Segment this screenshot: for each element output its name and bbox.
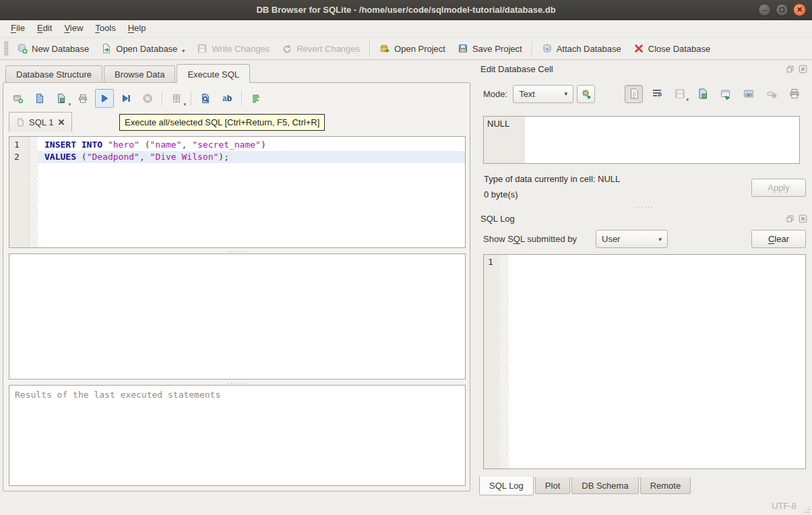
import-cell-icon	[674, 88, 686, 100]
close-dock-button[interactable]	[798, 214, 808, 224]
tab-browse-data[interactable]: Browse Data	[104, 65, 175, 82]
execute-tooltip: Execute all/selected SQL [Ctrl+Return, F…	[119, 114, 325, 131]
copy-link-button[interactable]	[739, 85, 757, 103]
find-button[interactable]	[196, 89, 215, 108]
dock-splitter[interactable]: ······	[476, 204, 812, 210]
cell-value: NULL	[484, 117, 525, 129]
new-database-icon	[17, 43, 28, 54]
save-sql-file-button[interactable]: ▾	[52, 89, 71, 108]
text-mode-button[interactable]	[625, 85, 643, 103]
word-wrap-button[interactable]	[648, 85, 666, 103]
line-number: 1	[9, 139, 29, 151]
write-changes-button[interactable]: Write Changes	[191, 40, 276, 57]
print-sql-button[interactable]	[73, 89, 92, 108]
find-icon	[200, 93, 211, 104]
execute-sql-button[interactable]	[95, 89, 114, 108]
stop-execution-button[interactable]	[138, 89, 157, 108]
mode-value: Text	[519, 89, 535, 99]
tab-database-structure[interactable]: Database Structure	[5, 65, 102, 82]
import-cell-dropdown[interactable]: ▾	[686, 97, 689, 102]
execute-sql-page: ▾ ▾ ab	[3, 82, 470, 491]
main-tab-bar: Database Structure Browse Data Execute S…	[5, 64, 251, 82]
sql-log-filter-row: Show SQL submitted by User ▾ Clear	[476, 229, 812, 249]
revert-changes-button[interactable]: Revert Changes	[276, 40, 366, 57]
tab-remote[interactable]: Remote	[640, 477, 691, 494]
results-grid-pane[interactable]	[9, 253, 466, 380]
format-sql-button[interactable]	[247, 89, 266, 108]
minimize-button[interactable]: –	[758, 3, 771, 16]
maximize-icon	[780, 7, 784, 12]
line-number: 2	[9, 151, 29, 163]
tab-plot[interactable]: Plot	[535, 477, 570, 494]
resize-grip[interactable]	[803, 506, 811, 514]
open-project-button[interactable]: Open Project	[373, 40, 451, 57]
save-project-button[interactable]: Save Project	[451, 40, 528, 57]
menu-view[interactable]: View	[58, 20, 89, 37]
sql-log-title: SQL Log	[480, 214, 515, 224]
save-project-icon	[458, 43, 468, 54]
close-sql-tab-icon[interactable]: ✕	[57, 117, 65, 127]
maximize-button[interactable]	[776, 3, 788, 16]
save-results-dropdown[interactable]: ▾	[183, 102, 186, 107]
tab-sql-log[interactable]: SQL Log	[479, 477, 534, 495]
set-null-button[interactable]	[762, 85, 780, 103]
menu-help[interactable]: Help	[122, 20, 152, 37]
tab-db-schema[interactable]: DB Schema	[571, 477, 638, 494]
tab-execute-sql[interactable]: Execute SQL	[177, 64, 250, 83]
new-sql-tab-button[interactable]	[9, 89, 28, 108]
float-dock-button[interactable]	[785, 64, 795, 74]
results-message-splitter[interactable]: ······	[9, 380, 466, 385]
export-cell-icon	[697, 88, 709, 100]
execute-sql-icon	[99, 93, 110, 104]
format-sql-icon	[251, 93, 261, 104]
sql-log-view[interactable]: 1	[483, 254, 806, 469]
log-line-number: 1	[484, 257, 500, 267]
title-bar[interactable]: DB Browser for SQLite - /home/user/code/…	[0, 0, 812, 20]
sql-editor[interactable]: 1 2 INSERT INTO "hero" ("name", "secret_…	[9, 136, 466, 248]
cell-toolbar: ▾	[625, 85, 803, 103]
save-sql-file-icon	[56, 93, 67, 104]
save-sql-dropdown[interactable]: ▾	[68, 102, 71, 107]
editor-results-splitter[interactable]: ······	[9, 249, 466, 253]
execute-current-line-button[interactable]	[117, 89, 135, 108]
log-source-value: User	[602, 234, 620, 244]
apply-button[interactable]: Apply	[751, 179, 806, 197]
export-cell-button[interactable]	[693, 85, 712, 103]
cell-editor[interactable]: NULL	[483, 116, 800, 164]
close-database-button[interactable]: Close Database	[627, 40, 717, 57]
toolbar-grip[interactable]	[4, 41, 9, 56]
open-external-button[interactable]	[716, 85, 735, 103]
new-database-button[interactable]: New Database	[11, 40, 95, 57]
minimize-icon: –	[762, 6, 766, 13]
clear-log-button[interactable]: Clear	[751, 230, 806, 248]
open-sql-file-button[interactable]	[30, 89, 49, 108]
auto-mode-button[interactable]	[577, 85, 595, 103]
cell-mode-row: Mode: Text ▾ ▾	[476, 84, 812, 104]
open-database-button[interactable]: Open Database ▾	[95, 40, 191, 57]
close-button[interactable]: ✕	[793, 3, 806, 16]
close-dock-button[interactable]	[798, 64, 808, 74]
code-area[interactable]: INSERT INTO "hero" ("name", "secret_name…	[38, 137, 465, 247]
results-message-pane[interactable]: Results of the last executed statements	[9, 385, 466, 486]
mode-select[interactable]: Text ▾	[513, 85, 573, 103]
menu-file[interactable]: File	[5, 20, 31, 37]
sql-toolbar: ▾ ▾ ab	[9, 87, 266, 110]
log-source-select[interactable]: User ▾	[596, 230, 668, 248]
attach-database-button[interactable]: Attach Database	[536, 40, 627, 57]
open-database-dropdown[interactable]: ▾	[182, 48, 185, 54]
float-dock-button[interactable]	[785, 214, 795, 224]
menu-edit[interactable]: Edit	[31, 20, 58, 37]
autocomplete-button[interactable]: ab	[218, 89, 237, 108]
chevron-down-icon: ▾	[652, 236, 662, 243]
sql-1-tab[interactable]: SQL 1 ✕	[9, 112, 72, 132]
sql-toolbar-separator	[241, 91, 242, 106]
results-placeholder: Results of the last executed statements	[15, 390, 220, 400]
attach-database-icon	[542, 43, 553, 54]
save-results-button[interactable]: ▾	[167, 89, 186, 108]
print-cell-icon	[788, 88, 801, 100]
print-cell-button[interactable]	[785, 85, 803, 103]
toolbar-separator	[369, 40, 370, 57]
close-icon: ✕	[797, 6, 803, 13]
import-cell-button[interactable]: ▾	[670, 85, 689, 103]
menu-tools[interactable]: Tools	[89, 20, 121, 37]
